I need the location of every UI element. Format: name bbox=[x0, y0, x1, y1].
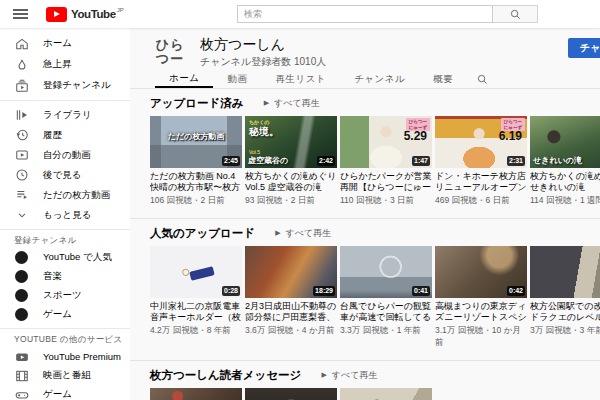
sidebar-item-playlist[interactable]: ただの枚方動画 bbox=[0, 185, 130, 205]
video-thumbnail[interactable]: ひらつー にゅーず 5.29 1:47 bbox=[340, 116, 432, 168]
video-thumbnail[interactable] bbox=[530, 246, 600, 298]
subscriptions-icon bbox=[14, 78, 29, 93]
movies-icon bbox=[14, 368, 29, 383]
video-row: 0:28 中川家礼二の京阪電車音声キーホルダー（枚方市駅） 4.2万 回視聴・8… bbox=[150, 246, 600, 349]
tab-home[interactable]: ホーム bbox=[155, 70, 213, 88]
video-thumbnail[interactable]: 0:28 bbox=[150, 246, 242, 298]
video-card[interactable]: ちかくの 秘境。 Vol.5 虚空蔵谷の 2:42 枚方ちかくの滝めぐり Vol… bbox=[245, 116, 337, 207]
tab-search-icon[interactable] bbox=[467, 70, 498, 88]
search-button[interactable] bbox=[493, 5, 538, 23]
play-all-button[interactable]: ▶ すべて再生 bbox=[321, 369, 377, 382]
video-card[interactable]: 18:29 2月3日成田山不動尊の節分祭に戸田恵梨香、大島優子に… 3.6万 回… bbox=[245, 246, 337, 349]
video-card[interactable]: 0:28 中川家礼二の京阪電車音声キーホルダー（枚方市駅） 4.2万 回視聴・8… bbox=[150, 246, 242, 349]
video-card[interactable]: 0:41 台風でひらパーの観覧車が高速で回転してる 3.3万 回視聴・1 年前 bbox=[340, 246, 432, 349]
sidebar-item-label: YouTube Premium bbox=[43, 351, 121, 362]
youtube-logo[interactable]: YouTube JP bbox=[46, 7, 124, 22]
video-card[interactable] bbox=[150, 388, 242, 400]
video-card[interactable]: ひらつー にゅーず 6.19 2:31 ドン・キホーテ枚方店リニューアルオープン… bbox=[435, 116, 527, 207]
video-title[interactable]: 高槻まつりの東京ディズニーリゾートスペシャルパレード bbox=[435, 301, 527, 323]
video-meta: 106 回視聴・2 日前 bbox=[150, 195, 242, 207]
video-card[interactable]: ひらつー にゅーず 5.29 1:47 ひらかたパークが営業再開【ひらつーにゅー… bbox=[340, 116, 432, 207]
video-card[interactable]: 枚方公園駅での改札でドラクエのレベルアップ音が… 3万 回視聴・3 年前 bbox=[530, 246, 600, 349]
sidebar-item-label: 映画と番組 bbox=[43, 369, 91, 382]
logo-wordmark: YouTube bbox=[71, 8, 116, 20]
sidebar-item-game[interactable]: ゲーム bbox=[0, 305, 130, 324]
video-title[interactable]: 2月3日成田山不動尊の節分祭に戸田恵梨香、大島優子に… bbox=[245, 301, 337, 323]
sidebar-section-title: 登録チャンネル bbox=[0, 234, 130, 248]
sidebar-item-label: ゲーム bbox=[43, 308, 72, 321]
video-thumbnail[interactable]: 0:42 bbox=[435, 246, 527, 298]
video-title[interactable]: ひらかたパークが営業再開【ひらつーにゅーす】 bbox=[340, 171, 432, 193]
video-thumbnail[interactable]: ちかくの 秘境。 Vol.5 虚空蔵谷の 2:42 bbox=[245, 116, 337, 168]
video-thumbnail[interactable]: 18:29 bbox=[245, 246, 337, 298]
play-all-label: すべて再生 bbox=[286, 227, 332, 240]
channel-logo-line2: つー bbox=[156, 52, 184, 66]
video-row: ただの枚方動画 2:45 ただの枚方動画 No.4 快晴の枚方市駅〜枚方公園駅間… bbox=[150, 116, 600, 207]
channel-avatar bbox=[15, 251, 28, 264]
video-card[interactable]: 0:42 高槻まつりの東京ディズニーリゾートスペシャルパレード 3.1万 回視聴… bbox=[435, 246, 527, 349]
video-meta: 4.2万 回視聴・8 年前 bbox=[150, 325, 242, 337]
video-title[interactable]: 台風でひらパーの観覧車が高速で回転してる bbox=[340, 301, 432, 323]
chevron-down-icon bbox=[14, 208, 29, 223]
tab-playlists[interactable]: 再生リスト bbox=[261, 70, 340, 88]
video-card[interactable]: せきれいの滝 枚方ちかくの滝めぐり せきれいの滝 114 回視聴・1 週間前 bbox=[530, 116, 600, 207]
sidebar-item-sports[interactable]: スポーツ bbox=[0, 286, 130, 305]
video-title[interactable]: ただの枚方動画 No.4 快晴の枚方市駅〜枚方公園駅間 bbox=[150, 171, 242, 193]
library-icon bbox=[14, 108, 29, 123]
tab-about[interactable]: 概要 bbox=[419, 70, 467, 88]
thumbnail-text: ただの枚方動画 bbox=[150, 131, 242, 142]
sidebar-item-subscriptions[interactable]: 登録チャンネル bbox=[0, 75, 130, 96]
duration-badge: 2:42 bbox=[317, 156, 335, 166]
video-card[interactable] bbox=[245, 388, 337, 400]
subscribe-button[interactable]: チャンネル登録 bbox=[568, 38, 600, 58]
video-card[interactable] bbox=[340, 388, 432, 400]
play-all-button[interactable]: ▶ すべて再生 bbox=[264, 97, 320, 110]
video-meta: 3.3万 回視聴・1 年前 bbox=[340, 325, 432, 337]
menu-icon[interactable] bbox=[13, 7, 28, 22]
sidebar-item-popular[interactable]: YouTube で人気 bbox=[0, 248, 130, 267]
tab-channels[interactable]: チャンネル bbox=[340, 70, 419, 88]
sidebar-item-music[interactable]: 音楽 bbox=[0, 267, 130, 286]
sidebar-item-label: 急上昇 bbox=[43, 58, 72, 71]
my-videos-icon bbox=[14, 148, 29, 163]
gaming-icon bbox=[14, 387, 29, 400]
video-thumbnail[interactable]: せきれいの滝 bbox=[530, 116, 600, 168]
video-thumbnail[interactable]: 0:41 bbox=[340, 246, 432, 298]
video-title[interactable]: 枚方公園駅での改札でドラクエのレベルアップ音が… bbox=[530, 301, 600, 323]
sidebar-item-gaming[interactable]: ゲーム bbox=[0, 385, 130, 400]
sidebar-item-library[interactable]: ライブラリ bbox=[0, 105, 130, 125]
video-thumbnail[interactable]: ひらつー にゅーず 6.19 2:31 bbox=[435, 116, 527, 168]
play-icon: ▶ bbox=[321, 371, 326, 379]
sidebar-item-my-videos[interactable]: 自分の動画 bbox=[0, 145, 130, 165]
play-all-button[interactable]: ▶ すべて再生 bbox=[275, 227, 331, 240]
sidebar-item-history[interactable]: 履歴 bbox=[0, 125, 130, 145]
video-meta: 3.6万 回視聴・4 か月前 bbox=[245, 325, 337, 337]
sidebar-item-trending[interactable]: 急上昇 bbox=[0, 54, 130, 75]
search-input[interactable] bbox=[237, 5, 493, 23]
sidebar-item-home[interactable]: ホーム bbox=[0, 33, 130, 54]
tab-videos[interactable]: 動画 bbox=[213, 70, 261, 88]
sidebar-item-show-more[interactable]: もっと見る bbox=[0, 205, 130, 225]
watch-later-icon bbox=[14, 168, 29, 183]
channel-page: ひら つー 枚方つーしん チャンネル登録者数 1010人 チャンネル登録 ホーム… bbox=[130, 28, 600, 400]
video-thumbnail[interactable] bbox=[340, 388, 432, 400]
sidebar-item-youtube-premium[interactable]: YouTube Premium bbox=[0, 347, 130, 366]
channel-logo[interactable]: ひら つー bbox=[151, 33, 189, 71]
sidebar-item-movies[interactable]: 映画と番組 bbox=[0, 366, 130, 385]
section-title: 枚方つーしん読者メッセージ bbox=[150, 368, 301, 383]
video-thumbnail[interactable] bbox=[245, 388, 337, 400]
playlist-icon bbox=[14, 188, 29, 203]
video-title[interactable]: 中川家礼二の京阪電車音声キーホルダー（枚方市駅） bbox=[150, 301, 242, 323]
video-meta: 114 回視聴・1 週間前 bbox=[530, 195, 600, 207]
video-thumbnail[interactable] bbox=[150, 388, 242, 400]
video-card[interactable]: ただの枚方動画 2:45 ただの枚方動画 No.4 快晴の枚方市駅〜枚方公園駅間… bbox=[150, 116, 242, 207]
sidebar-item-watch-later[interactable]: 後で見る bbox=[0, 165, 130, 185]
thumbnail-text: 虚空蔵谷の bbox=[248, 155, 288, 166]
section-title: 人気のアップロード bbox=[150, 226, 255, 241]
video-thumbnail[interactable]: ただの枚方動画 2:45 bbox=[150, 116, 242, 168]
sidebar-item-label: もっと見る bbox=[43, 209, 91, 222]
play-icon: ▶ bbox=[264, 99, 269, 107]
video-title[interactable]: 枚方ちかくの滝めぐり せきれいの滝 bbox=[530, 171, 600, 193]
video-title[interactable]: ドン・キホーテ枚方店リニューアルオープン【ひらつー… bbox=[435, 171, 527, 193]
video-title[interactable]: 枚方ちかくの滝めぐり Vol.5 虚空蔵谷の滝 bbox=[245, 171, 337, 193]
